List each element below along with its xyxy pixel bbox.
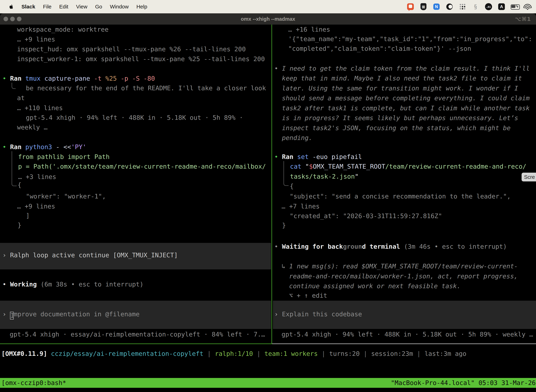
- terminal-line: inspect task2's JSON, focusing on the st…: [282, 123, 511, 133]
- screen-notification-tooltip: Scre: [522, 173, 536, 182]
- terminal-line: • Ran python3 - <<'PY': [2, 142, 86, 152]
- terminal-line: … +9 lines: [17, 201, 55, 211]
- terminal-line: p = Path('.omx/state/team/review-current…: [18, 162, 266, 171]
- terminal-line: weekly …: [17, 122, 48, 132]
- terminal-line: keep that in mind. Maybe I also need the…: [282, 73, 522, 83]
- terminal-line: • Ran set -euo pipefail: [274, 152, 362, 162]
- wifi-icon[interactable]: [524, 3, 531, 10]
- omx-status-line: [OMX#0.11.9] cczip/essay/ai-reimplementa…: [1, 349, 466, 359]
- terminal-line: }: [282, 220, 286, 230]
- terminal-line: tasks/task-2.json": [290, 172, 359, 182]
- terminal-line: gpt-5.4 xhigh · essay/ai-reimplementatio…: [10, 330, 265, 339]
- terminal-line: • Ran tmux capture-pane -t %25 -p -S -80: [2, 74, 155, 84]
- terminal-line: workspace_mode: worktree: [17, 25, 109, 34]
- terminal-line: "subject": "send a concise recommendatio…: [290, 191, 511, 201]
- terminal-line: "created_at": "2026-03-31T11:59:27.816Z": [290, 211, 442, 221]
- terminal-line: should send a message before completing …: [282, 93, 530, 103]
- terminal-line: is in progress? It seems likely but perh…: [282, 113, 518, 123]
- terminal-line: • Working (6m 38s • esc to interrupt): [2, 280, 144, 289]
- menu-bar: Slack FileEditViewGoWindowHelp ▦N§..61A⚡: [0, 0, 536, 13]
- terminal-line: ↳ 1 new msg(s): read $OMX_TEAM_STATE_ROO…: [282, 261, 518, 271]
- terminal-line: gpt-5.4 xhigh · 94% left · 488K in · 5.1…: [26, 113, 243, 123]
- terminal-line: task2 after task1 is complete, but can I…: [282, 103, 530, 113]
- tmux-status-bar: [omx-cczip0:bash* "MacBook-Pro-44.local"…: [0, 378, 536, 388]
- moon-icon[interactable]: [446, 3, 453, 10]
- window-shortcut-badge: ⌥⌘1: [515, 13, 531, 25]
- terminal-line: … +3 lines: [18, 172, 56, 182]
- terminal-line: {: [290, 181, 294, 191]
- terminal-line: … +7 lines: [282, 201, 320, 211]
- menu-left: Slack FileEditViewGoWindowHelp: [0, 4, 147, 10]
- terminal-line: }: [18, 220, 21, 230]
- terminal-line: at: [17, 93, 25, 103]
- window-title: omx --xhigh --madmax: [0, 13, 536, 25]
- terminal-line: • I need to get the claim token from the…: [274, 64, 530, 73]
- terminal-line: … +9 lines: [17, 34, 55, 44]
- terminal-line: '{"team_name":"my-team","task_id":"1","f…: [288, 34, 532, 44]
- menu-item-go[interactable]: Go: [95, 4, 102, 10]
- menu-item-file[interactable]: File: [43, 4, 51, 10]
- menu-item-slack[interactable]: Slack: [21, 4, 35, 10]
- menu-item-window[interactable]: Window: [110, 4, 129, 10]
- terminal-line: › Improve documentation in @filename: [2, 309, 140, 319]
- terminal-line: › Explain this codebase: [274, 309, 362, 319]
- tmux-host-clock-label: "MacBook-Pro-44.local" 05:03 31-Mar-26: [391, 378, 536, 388]
- terminal-line: ]: [26, 211, 30, 221]
- terminal-line: gpt-5.4 xhigh · 94% left · 488K in · 5.1…: [282, 330, 533, 339]
- screen: Slack FileEditViewGoWindowHelp ▦N§..61A⚡…: [0, 0, 536, 392]
- terminal-line: readme-and-reco/mailbox/worker-1.json, a…: [289, 271, 518, 281]
- tmux-session-label: [omx-cczip0:bash*: [1, 378, 66, 388]
- badge-61-icon[interactable]: ..61: [485, 3, 492, 10]
- terminal-line: continue assigned work or next feasible …: [289, 281, 460, 291]
- squiggle-icon[interactable]: §: [472, 3, 479, 10]
- terminal-line: … +16 lines: [288, 25, 330, 34]
- terminal-line: {: [18, 180, 21, 190]
- terminal-line: "completed","claim_token":"claim-token"}…: [288, 44, 471, 54]
- shield-icon[interactable]: ▦: [420, 3, 427, 10]
- apple-icon[interactable]: [9, 4, 14, 9]
- text-cursor: I: [10, 312, 14, 319]
- nav-blue-icon[interactable]: N: [433, 3, 440, 10]
- terminal-line: from pathlib import Path: [18, 152, 110, 162]
- battery-icon[interactable]: ⚡: [511, 3, 518, 10]
- title-bar[interactable]: omx --xhigh --madmax ⌥⌘1: [0, 13, 536, 25]
- pane-divider[interactable]: [272, 25, 272, 344]
- terminal-line: later. Using the same for transition mig…: [282, 84, 518, 93]
- terminal-line: • Waiting for background terminal (3m 46…: [274, 242, 507, 252]
- pane-border-bottom-right: [272, 344, 536, 344]
- keyboard-a-icon[interactable]: A: [498, 3, 505, 10]
- menu-item-edit[interactable]: Edit: [59, 4, 68, 10]
- terminal-line: › Ralph loop active continue [OMX_TMUX_I…: [2, 250, 178, 260]
- terminal-line: be necessary for the end of the README. …: [26, 83, 266, 93]
- terminal-line: ⌥ + ↑ edit: [289, 291, 327, 300]
- terminal-line: inspect_worker-1: omx sparkshell --tmux-…: [17, 54, 265, 64]
- chat-icon[interactable]: [407, 3, 414, 10]
- menu-status-icons: ▦N§..61A⚡: [407, 3, 536, 10]
- terminal-line: inspect_hud: omx sparkshell --tmux-pane …: [17, 44, 246, 54]
- pane-border-bottom-left: [0, 344, 272, 344]
- terminal-line: "worker": "worker-1",: [26, 191, 106, 201]
- terminal-line: … +110 lines: [17, 103, 63, 113]
- menu-item-help[interactable]: Help: [136, 4, 147, 10]
- dots-grid-icon[interactable]: [459, 3, 466, 10]
- terminal-line: cat "$OMX_TEAM_STATE_ROOT/team/review-cu…: [290, 162, 526, 171]
- menu-item-view[interactable]: View: [76, 4, 87, 10]
- terminal-line: pending.: [282, 133, 312, 143]
